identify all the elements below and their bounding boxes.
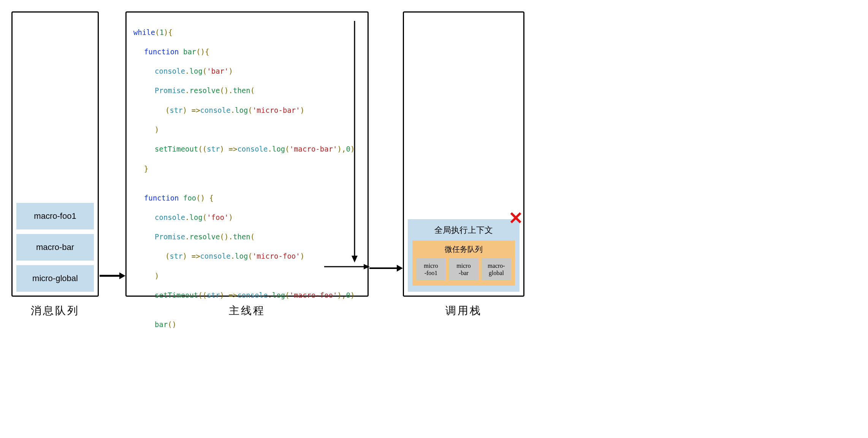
queue-item: macro-foo1 (16, 203, 94, 229)
message-queue-caption: 消息队列 (31, 304, 79, 318)
code-line: Promise.resolve().then( (133, 86, 361, 96)
code-block: while(1){ function bar(){ console.log('b… (133, 18, 361, 329)
code-line: console.log('foo') (133, 213, 361, 223)
microtask-queue-title: 微任务队列 (416, 244, 511, 255)
code-line: ) (133, 271, 361, 281)
arrow-queue-to-main (99, 11, 125, 297)
code-line: } (133, 164, 361, 174)
code-line: setTimeout((str) =>console.log('macro-ba… (133, 144, 361, 154)
microtask-item: micro-bar (449, 258, 478, 280)
close-icon: ✕ (508, 209, 523, 227)
queue-item: macro-bar (16, 234, 94, 261)
svg-marker-5 (364, 264, 370, 269)
svg-marker-7 (397, 265, 403, 272)
code-line: bar() (133, 320, 361, 329)
code-line: console.log('bar') (133, 66, 361, 76)
main-thread-column: while(1){ function bar(){ console.log('b… (125, 11, 369, 318)
diagram-stage: macro-foo1 macro-bar micro-global 消息队列 w… (11, 11, 857, 318)
call-stack-caption: 调用栈 (445, 304, 482, 318)
microtask-item: micro-foo1 (416, 258, 446, 280)
code-line: (str) =>console.log('micro-bar') (133, 106, 361, 115)
call-stack-column: ✕ 全局执行上下文 微任务队列 micro-foo1 micro-bar mac… (403, 11, 524, 318)
arrow-down-icon (350, 20, 359, 265)
arrow-right-icon (369, 262, 403, 274)
code-line: function foo() { (133, 193, 361, 203)
arrow-right-icon (99, 270, 125, 281)
arrow-right-icon (324, 263, 370, 272)
code-line: (str) =>console.log('micro-foo') (133, 251, 361, 261)
message-queue-box: macro-foo1 macro-bar micro-global (11, 11, 99, 297)
svg-marker-3 (352, 256, 358, 262)
global-exec-context: ✕ 全局执行上下文 微任务队列 micro-foo1 micro-bar mac… (408, 219, 520, 292)
queue-item: micro-global (16, 265, 94, 292)
microtask-items: micro-foo1 micro-bar macro-global (416, 258, 511, 280)
microtask-item: macro-global (482, 258, 511, 280)
microtask-queue: 微任务队列 micro-foo1 micro-bar macro-global (412, 240, 515, 286)
code-line: Promise.resolve().then( (133, 232, 361, 242)
svg-marker-1 (119, 272, 125, 279)
context-title: 全局执行上下文 (412, 225, 515, 236)
call-stack-box: ✕ 全局执行上下文 微任务队列 micro-foo1 micro-bar mac… (403, 11, 524, 297)
code-line: while(1){ (133, 28, 173, 36)
code-line: ) (133, 125, 361, 135)
arrow-main-to-stack (369, 11, 403, 297)
code-line: function bar(){ (133, 47, 361, 57)
message-queue-column: macro-foo1 macro-bar micro-global 消息队列 (11, 11, 99, 318)
code-line: setTimeout((str) =>console.log('macro-fo… (133, 291, 361, 300)
main-thread-box: while(1){ function bar(){ console.log('b… (125, 11, 369, 297)
